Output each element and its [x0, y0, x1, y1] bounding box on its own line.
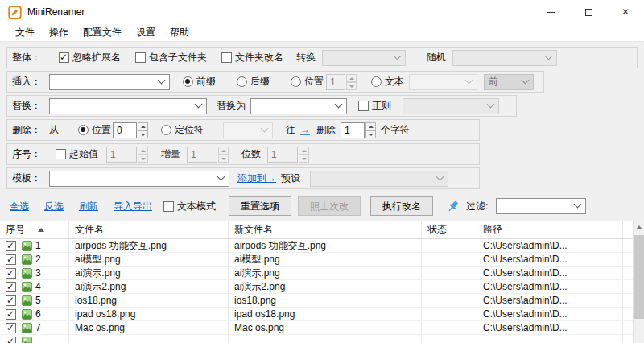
import-export-link[interactable]: 导入导出 — [114, 200, 152, 213]
table-row[interactable]: 2 ai模型.png ai模型.png C:\Users\admin\D... — [0, 253, 633, 267]
replace-with-combobox[interactable] — [250, 98, 347, 114]
checkbox-icon — [358, 101, 369, 111]
spin-up-button[interactable] — [218, 147, 229, 155]
menu-file[interactable]: 文件 — [8, 26, 42, 39]
menu-profile[interactable]: 配置文件 — [76, 26, 129, 39]
regex-checkbox[interactable]: 正则 — [358, 99, 391, 113]
spinner-value[interactable]: 1 — [326, 74, 345, 90]
delete-count-spinner[interactable]: 1 — [341, 122, 376, 138]
table-row[interactable]: 4 ai演示2.png ai演示2.png C:\Users\admin\D..… — [0, 280, 633, 294]
table-row[interactable]: 1 airpods 功能交互.png airpods 功能交互.png C:\U… — [0, 239, 633, 253]
spin-up-button[interactable] — [138, 122, 148, 130]
spin-up-button[interactable] — [346, 74, 357, 82]
row-checkbox[interactable] — [6, 295, 16, 306]
front-back-select[interactable]: 前 — [484, 74, 534, 90]
reset-options-button[interactable]: 重置选项 — [229, 196, 291, 216]
maximize-button[interactable] — [570, 0, 607, 24]
header-status[interactable]: 状态 — [422, 221, 477, 238]
filter-select[interactable] — [496, 198, 586, 214]
cell-path: C:\Users\admin\D... — [477, 294, 623, 307]
table-row-partial[interactable] — [0, 335, 633, 343]
spinner-value[interactable]: 1 — [106, 147, 137, 163]
text-value-select[interactable] — [409, 74, 477, 90]
header-num[interactable]: 序号 — [0, 221, 69, 238]
row-checkbox[interactable] — [6, 241, 16, 251]
suffix-radio[interactable]: 后缀 — [237, 75, 270, 89]
spin-down-button[interactable] — [365, 130, 376, 138]
template-combobox[interactable] — [49, 171, 229, 187]
spinner-value[interactable]: 1 — [267, 147, 298, 163]
menu-settings[interactable]: 设置 — [129, 26, 163, 39]
spinner-value[interactable]: 1 — [187, 147, 217, 163]
scroll-up-icon[interactable] — [636, 225, 642, 229]
include-subfolders-checkbox[interactable]: 包含子文件夹 — [135, 51, 207, 64]
row-checkbox[interactable] — [6, 254, 16, 265]
random-label: 随机 — [427, 51, 446, 64]
spin-down-button[interactable] — [218, 155, 229, 163]
vertical-scrollbar[interactable] — [633, 221, 644, 343]
row-checkbox[interactable] — [6, 337, 16, 343]
header-path[interactable]: 路径 — [477, 221, 623, 238]
spinner-value[interactable]: 1 — [341, 122, 365, 138]
spin-up-button[interactable] — [138, 147, 148, 155]
replace-combobox[interactable] — [49, 98, 207, 114]
menu-help[interactable]: 帮助 — [163, 26, 196, 39]
row-checkbox[interactable] — [6, 282, 16, 292]
scrollbar-thumb[interactable] — [634, 235, 644, 319]
redo-last-button[interactable]: 照上次改 — [298, 196, 361, 216]
start-value-checkbox[interactable]: 起始值 — [56, 147, 98, 161]
direction-arrow-icon[interactable]: → — [300, 126, 310, 135]
cell-spacer — [623, 267, 633, 279]
locator-radio[interactable]: 定位符 — [161, 123, 204, 137]
row-checkbox[interactable] — [6, 323, 16, 333]
digits-spinner[interactable]: 1 — [267, 147, 309, 163]
delete-position-radio[interactable]: 位置 — [78, 123, 111, 137]
table-header: 序号 文件名 新文件名 状态 路径 — [0, 221, 633, 239]
close-button[interactable]: ✕ — [607, 0, 644, 24]
chevron-down-icon — [545, 52, 553, 60]
spin-up-button[interactable] — [299, 147, 309, 155]
spin-down-button[interactable] — [346, 82, 357, 90]
execute-rename-button[interactable]: 执行改名 — [370, 196, 433, 216]
spin-up-button[interactable] — [365, 122, 376, 130]
start-value-spinner[interactable]: 1 — [106, 147, 148, 163]
pin-icon[interactable] — [446, 200, 460, 213]
overall-group: 整体： 忽略扩展名 包含子文件夹 文件夹改名 转换 随机 — [6, 47, 638, 68]
row-checkbox[interactable] — [6, 268, 16, 279]
header-filename[interactable]: 文件名 — [69, 221, 229, 238]
preset-select[interactable] — [310, 171, 448, 187]
row-checkbox[interactable] — [6, 309, 16, 320]
delete-position-spinner[interactable]: 0 — [113, 122, 148, 138]
cell-spacer — [623, 294, 633, 307]
random-select[interactable] — [452, 50, 557, 66]
table-row[interactable]: 5 ios18.png ios18.png C:\Users\admin\D..… — [0, 294, 633, 308]
select-all-link[interactable]: 全选 — [10, 200, 29, 213]
spinner-value[interactable]: 0 — [113, 122, 137, 138]
minimize-button[interactable] — [533, 0, 570, 24]
regex-options-select[interactable] — [402, 98, 499, 114]
add-to-link[interactable]: 添加到→ — [237, 172, 276, 185]
spin-down-button[interactable] — [299, 155, 309, 163]
delete-label: 删除： — [12, 123, 49, 137]
table-row[interactable]: 3 ai演示.png ai演示.png C:\Users\admin\D... — [0, 267, 633, 280]
table-row[interactable]: 6 ipad os18.png ipad os18.png C:\Users\a… — [0, 308, 633, 321]
header-new-filename[interactable]: 新文件名 — [229, 221, 422, 238]
invert-selection-link[interactable]: 反选 — [44, 200, 64, 213]
insert-position-radio[interactable]: 位置 — [291, 75, 324, 89]
insert-position-spinner[interactable]: 1 — [326, 74, 357, 90]
spin-down-button[interactable] — [138, 130, 148, 138]
cell-new-filename: airpods 功能交互.png — [229, 239, 422, 252]
ignore-extension-checkbox[interactable]: 忽略扩展名 — [59, 51, 121, 64]
text-radio[interactable]: 文本 — [371, 75, 404, 89]
table-row[interactable]: 7 Mac os.png Mac os.png C:\Users\admin\D… — [0, 321, 633, 335]
prefix-radio[interactable]: 前缀 — [183, 75, 216, 89]
insert-value-combobox[interactable] — [49, 74, 170, 90]
convert-select[interactable] — [322, 50, 406, 66]
increment-spinner[interactable]: 1 — [187, 147, 229, 163]
spin-down-button[interactable] — [138, 155, 148, 163]
locator-select[interactable] — [223, 122, 273, 138]
refresh-link[interactable]: 刷新 — [79, 200, 98, 213]
text-mode-checkbox[interactable]: 文本模式 — [163, 200, 216, 213]
rename-folders-checkbox[interactable]: 文件夹改名 — [221, 51, 283, 64]
menu-operation[interactable]: 操作 — [42, 26, 76, 39]
